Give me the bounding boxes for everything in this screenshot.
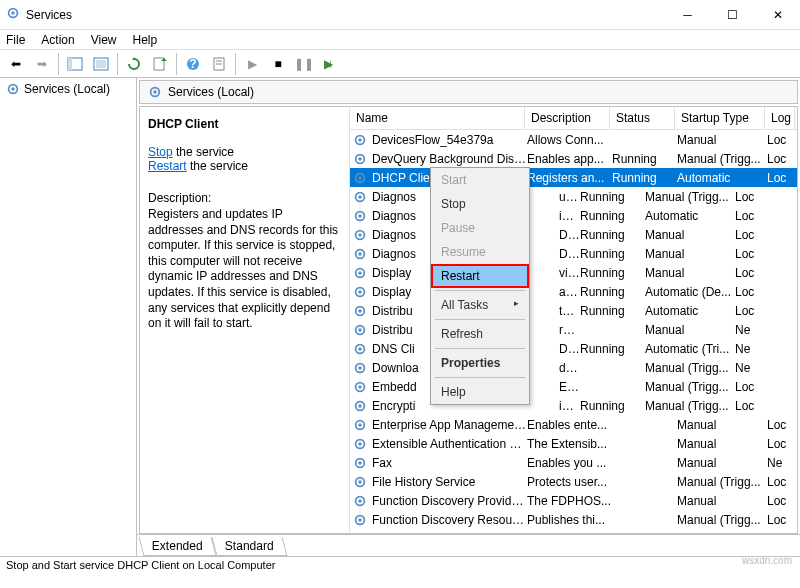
service-row[interactable]: Display vice for ...RunningManualLoc xyxy=(350,263,797,282)
cell-startup: Manual xyxy=(645,323,735,337)
cell-desc: utes dia... xyxy=(527,190,580,204)
cell-logon: Loc xyxy=(735,266,765,280)
service-row[interactable]: Extensible Authentication Pr...The Exten… xyxy=(350,434,797,453)
tree-root[interactable]: Services (Local) xyxy=(0,78,136,100)
service-row[interactable]: Function Discovery Resourc...Publishes t… xyxy=(350,510,797,529)
svg-point-13 xyxy=(11,87,15,91)
service-row[interactable]: FaxEnables you ...ManualNe xyxy=(350,453,797,472)
restart-link[interactable]: Restart xyxy=(148,159,187,173)
gear-icon xyxy=(352,512,368,528)
svg-text:?: ? xyxy=(189,57,196,71)
service-row[interactable]: Display ages th...RunningAutomatic (De..… xyxy=(350,282,797,301)
help-button[interactable]: ? xyxy=(181,52,205,76)
cell-startup: Manual (Trigg... xyxy=(645,190,735,204)
service-row[interactable]: DNS CliDNS Cli...RunningAutomatic (Tri..… xyxy=(350,339,797,358)
watermark: wsxdn.com xyxy=(742,555,792,566)
cell-name: Function Discovery Provider ... xyxy=(370,494,527,508)
cell-logon: Loc xyxy=(767,494,797,508)
gear-icon xyxy=(352,322,368,338)
title-bar: Services ─ ☐ ✕ xyxy=(0,0,800,30)
cell-desc: Diagnos... xyxy=(527,228,580,242)
service-row[interactable]: Enterprise App Managemen...Enables ente.… xyxy=(350,415,797,434)
export-button[interactable] xyxy=(89,52,113,76)
cell-startup: Manual xyxy=(677,437,767,451)
content-pane: Services (Local) DHCP Client Stop the se… xyxy=(137,78,800,556)
stop-button[interactable]: ■ xyxy=(266,52,290,76)
col-name[interactable]: Name xyxy=(350,107,525,129)
cell-desc: dows ser... xyxy=(527,361,580,375)
cell-status: Running xyxy=(580,190,645,204)
ctx-refresh[interactable]: Refresh xyxy=(431,322,529,346)
export-list-button[interactable] xyxy=(148,52,172,76)
menu-view[interactable]: View xyxy=(91,33,117,47)
cell-startup: Manual xyxy=(677,418,767,432)
cell-desc: tains li... xyxy=(527,304,580,318)
service-row[interactable]: Distributains li...RunningAutomaticLoc xyxy=(350,301,797,320)
service-row[interactable]: Encryptiides the...RunningManual (Trigg.… xyxy=(350,396,797,415)
gear-icon xyxy=(352,398,368,414)
col-description[interactable]: Description xyxy=(525,107,610,129)
tree-pane[interactable]: Services (Local) xyxy=(0,78,137,556)
col-logon[interactable]: Log xyxy=(765,107,795,129)
col-status[interactable]: Status xyxy=(610,107,675,129)
gear-icon xyxy=(352,246,368,262)
service-row[interactable]: DiagnosDiagnos...RunningManualLoc xyxy=(350,225,797,244)
cell-desc: Enables you ... xyxy=(527,456,612,470)
svg-point-49 xyxy=(358,442,362,446)
cell-startup: Manual xyxy=(645,266,735,280)
properties-button[interactable] xyxy=(207,52,231,76)
service-row[interactable]: Diagnosutes dia...RunningManual (Trigg..… xyxy=(350,187,797,206)
close-button[interactable]: ✕ xyxy=(755,0,800,30)
service-row[interactable]: DevicesFlow_54e379aAllows Conn...ManualL… xyxy=(350,130,797,149)
menu-help[interactable]: Help xyxy=(133,33,158,47)
service-row[interactable]: DiagnosDiagnos...RunningManualLoc xyxy=(350,244,797,263)
service-row[interactable]: File History ServiceProtects user...Manu… xyxy=(350,472,797,491)
refresh-button[interactable] xyxy=(122,52,146,76)
column-headers[interactable]: Name Description Status Startup Type Log xyxy=(350,107,797,130)
service-list[interactable]: Name Description Status Startup Type Log… xyxy=(350,107,797,533)
cell-startup: Automatic (Tri... xyxy=(645,342,735,356)
pause-button[interactable]: ❚❚ xyxy=(292,52,316,76)
forward-button[interactable]: ➡ xyxy=(30,52,54,76)
cell-logon: Loc xyxy=(735,209,765,223)
context-menu[interactable]: StartStopPauseResumeRestartAll TasksRefr… xyxy=(430,167,530,405)
ctx-resume: Resume xyxy=(431,240,529,264)
stop-link[interactable]: Stop xyxy=(148,145,173,159)
menu-action[interactable]: Action xyxy=(41,33,74,47)
cell-desc: ides the... xyxy=(527,399,580,413)
ctx-all-tasks[interactable]: All Tasks xyxy=(431,293,529,317)
service-row[interactable]: Distriburdinates ...ManualNe xyxy=(350,320,797,339)
restart-button[interactable]: ▶| xyxy=(318,52,342,76)
play-button[interactable]: ▶ xyxy=(240,52,264,76)
status-bar: Stop and Start service DHCP Client on Lo… xyxy=(0,556,800,576)
service-row[interactable]: Function Discovery Provider ...The FDPHO… xyxy=(350,491,797,510)
show-hide-tree-button[interactable] xyxy=(63,52,87,76)
ctx-properties[interactable]: Properties xyxy=(431,351,529,375)
service-row[interactable]: DevQuery Background Disc...Enables app..… xyxy=(350,149,797,168)
service-row[interactable]: Diagnosiagnos...RunningAutomaticLoc xyxy=(350,206,797,225)
cell-name: File History Service xyxy=(370,475,527,489)
view-tabs: Extended Standard xyxy=(137,534,800,556)
minimize-button[interactable]: ─ xyxy=(665,0,710,30)
ctx-stop[interactable]: Stop xyxy=(431,192,529,216)
cell-desc: vice for ... xyxy=(527,266,580,280)
cell-desc: Enables app... xyxy=(527,152,612,166)
service-row[interactable]: Downloadows ser...Manual (Trigg...Ne xyxy=(350,358,797,377)
service-row[interactable]: EmbeddEmbedd...Manual (Trigg...Loc xyxy=(350,377,797,396)
cell-status: Running xyxy=(580,285,645,299)
ctx-help[interactable]: Help xyxy=(431,380,529,404)
back-button[interactable]: ⬅ xyxy=(4,52,28,76)
svg-point-15 xyxy=(153,90,157,94)
content-breadcrumb: Services (Local) xyxy=(168,85,254,99)
menu-file[interactable]: File xyxy=(6,33,25,47)
tab-extended[interactable]: Extended xyxy=(138,537,216,556)
cell-desc: Registers an... xyxy=(527,171,612,185)
cell-status: Running xyxy=(580,209,645,223)
cell-startup: Automatic (De... xyxy=(645,285,735,299)
ctx-restart[interactable]: Restart xyxy=(431,264,529,288)
tab-standard[interactable]: Standard xyxy=(211,537,287,556)
gear-icon xyxy=(352,417,368,433)
service-row[interactable]: DHCP ClientRegisters an...RunningAutomat… xyxy=(350,168,797,187)
col-startup[interactable]: Startup Type xyxy=(675,107,765,129)
maximize-button[interactable]: ☐ xyxy=(710,0,755,30)
